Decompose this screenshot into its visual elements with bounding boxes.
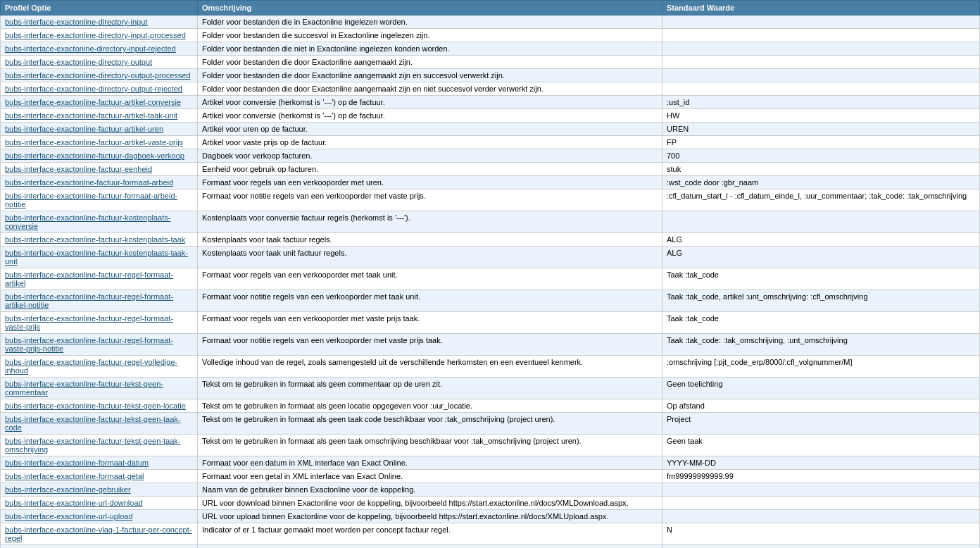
description-cell: Dagboek voor verkoop facturen. <box>198 149 662 163</box>
option-link[interactable]: bubs-interface-exactonline-directory-inp… <box>5 31 186 39</box>
option-link[interactable]: bubs-interface-exactonline-directory-out… <box>5 58 152 66</box>
table-row: bubs-interface-exactonline-url-downloadU… <box>1 497 980 510</box>
option-link[interactable]: bubs-interface-exactonline-factuur-regel… <box>5 336 173 353</box>
default-value-cell: Taak :tak_code: :tak_omschrijving, :unt_… <box>662 334 980 356</box>
option-link[interactable]: bubs-interface-exactonline-factuur-tekst… <box>5 415 180 432</box>
option-link[interactable]: bubs-interface-exactonline-factuur-tekst… <box>5 380 163 397</box>
default-value-cell <box>662 510 980 523</box>
option-link[interactable]: bubs-interface-exactonline-factuur-regel… <box>5 358 177 375</box>
default-value-cell: Geen toelichting <box>662 378 980 399</box>
table-row: bubs-interface-exactonline-factuur-forma… <box>1 189 980 211</box>
option-link[interactable]: bubs-interface-exactonline-formaat-getal <box>5 472 144 480</box>
description-cell: Artikel voor vaste prijs op de factuur. <box>198 136 662 149</box>
table-row: bubs-interface-exactonline-factuur-tekst… <box>1 435 980 456</box>
description-cell: Artikel voor conversie (herkomst is '---… <box>198 96 662 109</box>
option-link[interactable]: bubs-interface-exactonline-url-download <box>5 499 143 507</box>
option-cell: bubs-interface-exactonline-vlaq-1-factuu… <box>1 523 198 545</box>
option-cell: bubs-interface-exactonline-factuur-regel… <box>1 312 198 334</box>
option-link[interactable]: bubs-interface-exactonline-factuur-koste… <box>5 249 188 266</box>
option-link[interactable]: bubs-interface-exactonline-directory-out… <box>5 71 191 80</box>
option-link[interactable]: bubs-interface-exactonline-formaat-datum <box>5 459 149 467</box>
option-cell: bubs-interface-exactonline-formaat-getal <box>1 470 198 483</box>
option-link[interactable]: bubs-interface-exactonline-factuur-regel… <box>5 314 173 331</box>
option-cell: bubs-interface-exactonline-factuur-tekst… <box>1 413 198 435</box>
option-link[interactable]: bubs-interface-exactonline-factuur-regel… <box>5 292 173 309</box>
table-row: bubs-interface-exactonline-factuur-koste… <box>1 211 980 233</box>
option-cell: bubs-interface-exactonline-url-download <box>1 497 198 510</box>
table-row: bubs-interface-exactonline-directory-out… <box>1 82 980 96</box>
option-link[interactable]: bubs-interface-exactonline-factuur-eenhe… <box>5 165 152 173</box>
option-link[interactable]: bubs-interface-exactonline-directory-out… <box>5 85 182 93</box>
table-row: bubs-interface-exactonline-factuur-regel… <box>1 312 980 334</box>
option-link[interactable]: bubs-interface-exactonline-vlaq-1-factuu… <box>5 525 191 542</box>
table-row: bubs-interface-exactonline-factuur-regel… <box>1 290 980 312</box>
description-cell: Formaat voor een getal in XML interface … <box>198 470 662 483</box>
description-cell: Volledige inhoud van de regel, zoals sam… <box>198 356 662 378</box>
table-row: bubs-interface-exactonline-formaat-datum… <box>1 456 980 470</box>
option-link[interactable]: bubs-interface-exactonline-factuur-dagbo… <box>5 151 184 160</box>
header-omschrijving: Omschrijving <box>198 1 662 15</box>
default-value-cell: Taak :tak_code, artikel :unt_omschrijvin… <box>662 290 980 312</box>
default-value-cell: Project <box>662 413 980 435</box>
option-link[interactable]: bubs-interface-exactonline-factuur-artik… <box>5 138 183 147</box>
description-cell: Tekst om te gebruiken in formaat als gee… <box>198 435 662 456</box>
description-cell: Folder voor bestanden die door Exactonli… <box>198 69 662 82</box>
description-cell: Wachtwoord van de gebruiker binnen Exact… <box>198 545 662 549</box>
default-value-cell <box>662 497 980 510</box>
default-value-cell <box>662 211 980 233</box>
profile-options-table: Profiel Optie Omschrijving Standaard Waa… <box>0 0 980 548</box>
description-cell: Formaat voor een datum in XML interface … <box>198 456 662 470</box>
table-row: bubs-interface-exactonline-factuur-regel… <box>1 334 980 356</box>
default-value-cell <box>662 56 980 69</box>
description-cell: Formaat voor regels van een verkooporder… <box>198 176 662 189</box>
option-link[interactable]: bubs-interface-exactonline-gebruiker <box>5 485 131 494</box>
description-cell: Formaat voor notitie regels van een verk… <box>198 334 662 356</box>
default-value-cell: Taak :tak_code <box>662 312 980 334</box>
default-value-cell: ALG <box>662 233 980 247</box>
table-row: bubs-interface-exactonline-factuur-eenhe… <box>1 163 980 176</box>
default-value-cell <box>662 545 980 549</box>
table-row: bubs-interface-exactonline-factuur-tekst… <box>1 413 980 435</box>
description-cell: Eenheid voor gebruik op facturen. <box>198 163 662 176</box>
description-cell: URL voor upload binnen Exactonline voor … <box>198 510 662 523</box>
description-cell: Formaat voor regels van een verkooporder… <box>198 268 662 290</box>
table-row: bubs-interface-exactonline-directory-out… <box>1 56 980 69</box>
default-value-cell: UREN <box>662 123 980 136</box>
option-link[interactable]: bubs-interface-exactonline-factuur-artik… <box>5 125 163 133</box>
default-value-cell: :omschrijving [:pjt_code_erp/8000/:cfl_v… <box>662 356 980 378</box>
table-row: bubs-interface-exactonline-gebruikerNaam… <box>1 483 980 497</box>
option-link[interactable]: bubs-interface-exactonline-factuur-artik… <box>5 111 177 120</box>
table-row: bubs-interface-exactonline-factuur-koste… <box>1 247 980 268</box>
option-link[interactable]: bubs-interface-exactonlne-factuur-formaa… <box>5 178 173 187</box>
option-link[interactable]: bubs-interface-exactonline-directory-inp… <box>5 18 147 26</box>
option-link[interactable]: bubs-interface-exactonline-factuur-koste… <box>5 235 185 244</box>
option-cell: bubs-interface-exactonline-factuur-tekst… <box>1 435 198 456</box>
description-cell: Folder voor bestanden die succesvol in E… <box>198 29 662 42</box>
option-cell: bubs-interface-exactonline-factuur-artik… <box>1 109 198 123</box>
option-link[interactable]: bubs-interface-exactonline-factuur-tekst… <box>5 401 186 410</box>
option-link[interactable]: bubs-interface-exactonline-factuur-artik… <box>5 98 181 106</box>
table-row: bubs-interface-exactonline-factuur-artik… <box>1 136 980 149</box>
option-cell: bubs-interface-exactonline-gebruiker <box>1 483 198 497</box>
option-link[interactable]: bubs-interface-exactonline-factuur-regel… <box>5 270 173 287</box>
table-row: bubs-interface-exactonline-directory-inp… <box>1 15 980 29</box>
table-row: bubs-interface-exactonline-directory-out… <box>1 69 980 82</box>
default-value-cell <box>662 69 980 82</box>
option-link[interactable]: bubs-interface-exactonline-factuur-forma… <box>5 192 177 208</box>
option-cell: bubs-interface-exactonline-factuur-artik… <box>1 123 198 136</box>
option-link[interactable]: bubs-interface-exactonline-factuur-tekst… <box>5 437 180 454</box>
option-cell: bubs-interface-exactonline-directory-out… <box>1 82 198 96</box>
option-cell: bubs-interface-exactonline-formaat-datum <box>1 456 198 470</box>
option-link[interactable]: bubs-interface-exactonline-url-upload <box>5 512 133 521</box>
option-cell: bubs-interface-exactonline-factuur-artik… <box>1 136 198 149</box>
option-cell: bubs-interface-exactonline-factuur-dagbo… <box>1 149 198 163</box>
option-cell: bubs-interface-exactonline-wachtwoord <box>1 545 198 549</box>
table-row: bubs-interface-exactonline-factuur-tekst… <box>1 399 980 413</box>
description-cell: Folder voor bestanden die door Exactonli… <box>198 82 662 96</box>
option-link[interactable]: bubs-intertace-exactonine-directory-inpu… <box>5 44 176 53</box>
option-cell: bubs-interface-exactonline-factuur-forma… <box>1 189 198 211</box>
option-link[interactable]: bubs-interface-exactonline-factuur-koste… <box>5 213 170 230</box>
default-value-cell: FP <box>662 136 980 149</box>
table-row: bubs-interface-exactonline-factuur-artik… <box>1 109 980 123</box>
option-cell: bubs-interface-exactonline-directory-inp… <box>1 29 198 42</box>
